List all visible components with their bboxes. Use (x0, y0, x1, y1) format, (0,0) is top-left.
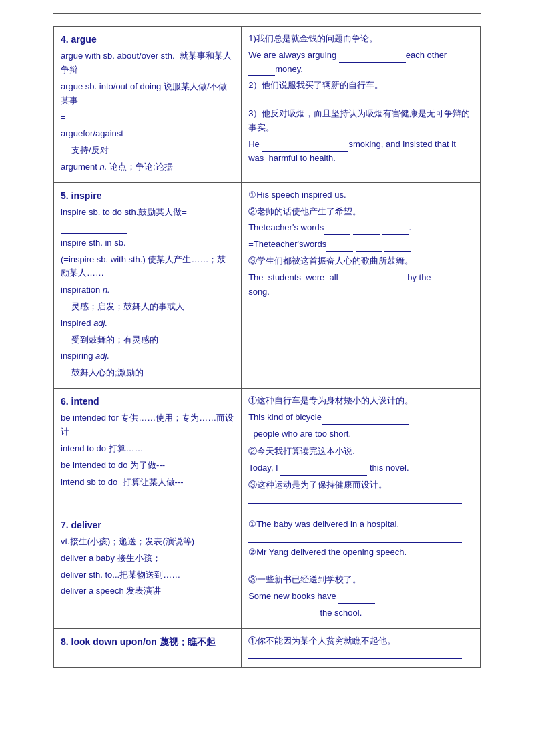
top-divider (53, 13, 481, 14)
deliver-sentence-1: ①The baby was delivered in a hospital. (248, 518, 473, 532)
entry-title-inspire: 5. inspire (61, 188, 234, 203)
intend-chinese-3: ③这种运动是为了保持健康而设计。 (248, 478, 473, 492)
right-cell-inspire: ①His speech inspired us. ②老师的话使他产生了希望。 T… (242, 182, 481, 388)
argue-phrase-4: arguefor/against (61, 127, 234, 141)
blank-inspire-2e (356, 243, 382, 252)
left-cell-deliver: 7. deliver vt.接生(小孩)；递送；发表(演说等) deliver … (54, 512, 242, 628)
argue-phrase-6: argument n. 论点；争论;论据 (61, 160, 234, 174)
intend-phrase-1: be intended for 专供……使用；专为……而设计 (61, 411, 234, 439)
argue-phrase-5: 支持/反对 (71, 144, 234, 158)
blank-argue-5 (262, 143, 348, 152)
inspire-chinese-3: ③学生们都被这首振奋人心的歌曲所鼓舞。 (248, 254, 473, 268)
vocabulary-table: 4. argue argue with sb. about/over sth. … (53, 26, 481, 668)
intend-phrase-2: intend to do 打算…… (61, 442, 234, 456)
inspire-english-2b: =Theteacher'swords (248, 238, 473, 252)
table-row: 7. deliver vt.接生(小孩)；递送；发表(演说等) deliver … (54, 512, 481, 628)
entry-title-argue: 4. argue (61, 32, 234, 47)
deliver-sentence-2: ②Mr Yang delivered the opening speech. (248, 546, 473, 560)
right-cell-deliver: ①The baby was delivered in a hospital. ②… (242, 512, 481, 628)
inspire-chinese-2: ②老师的话使他产生了希望。 (248, 205, 473, 219)
blank-intend-2 (280, 467, 367, 476)
table-row: 5. inspire inspire sb. to do sth.鼓励某人做= … (54, 182, 481, 388)
left-cell-lookdown: 8. look down upon/on 蔑视；瞧不起 (54, 628, 242, 668)
intend-english-2: Today, I this novel. (248, 461, 473, 476)
blank-inspire-2d (326, 243, 353, 252)
blank-inspire-2a (324, 226, 350, 235)
inspire-phrase-2: inspire sth. in sb. (61, 236, 234, 250)
left-cell-argue: 4. argue argue with sb. about/over sth. … (54, 27, 242, 183)
deliver-english-3: Some new books have (248, 590, 473, 604)
argue-english-3: He smoking, and insisted that it was har… (248, 138, 473, 166)
entry-title-deliver: 7. deliver (61, 518, 234, 532)
table-row: 6. intend be intended for 专供……使用；专为……而设计… (54, 388, 481, 512)
inspire-phrase-3: (=inspire sb. with sth.) 使某人产生……；鼓励某人…… (61, 253, 234, 281)
left-cell-inspire: 5. inspire inspire sb. to do sth.鼓励某人做= … (54, 182, 242, 388)
blank-intend-1 (322, 416, 409, 425)
blank-inspire-1 (348, 194, 415, 202)
blank-inspire-3b (433, 276, 470, 285)
argue-chinese-2: 2）他们说服我买了辆新的自行车。 (248, 79, 473, 93)
inspire-phrase-8: inspiring adj. (61, 349, 234, 363)
table-row: 4. argue argue with sb. about/over sth. … (54, 27, 481, 183)
table-row: 8. look down upon/on 蔑视；瞧不起 ①你不能因为某个人贫穷就… (54, 628, 481, 668)
entry-title-lookdown: 8. look down upon/on 蔑视；瞧不起 (61, 634, 234, 649)
inspire-phrase-7: 受到鼓舞的；有灵感的 (71, 333, 234, 347)
inspire-phrase-5: 灵感；启发；鼓舞人的事或人 (71, 300, 234, 314)
entry-title-intend: 6. intend (61, 394, 234, 409)
inspire-phrase-4: inspiration n. (61, 283, 234, 297)
blank-deliver-2 (248, 562, 462, 570)
blank-inspire-3a (340, 276, 407, 285)
inspire-english-3: The students were all by the song. (248, 271, 473, 299)
inspire-english-2a: Theteacher's words . (248, 221, 473, 235)
blank-intend-3 (248, 495, 462, 504)
lookdown-chinese-1: ①你不能因为某个人贫穷就瞧不起他。 (248, 634, 473, 648)
inspire-sentence-1: ①His speech inspired us. (248, 188, 473, 202)
deliver-chinese-3: ③一些新书已经送到学校了。 (248, 573, 473, 587)
right-cell-intend: ①这种自行车是专为身材矮小的人设计的。 This kind of bicycle… (242, 388, 481, 512)
argue-chinese-1: 1)我们总是就金钱的问题而争论。 (248, 32, 473, 46)
right-cell-argue: 1)我们总是就金钱的问题而争论。 We are always arguing e… (242, 27, 481, 183)
blank-argue-4 (248, 96, 462, 104)
argue-phrase-3: = (61, 111, 234, 125)
blank-inspire-2c (382, 226, 409, 235)
intend-english-1b: people who are too short. (248, 427, 473, 441)
blank-inspire-0 (61, 225, 127, 234)
deliver-phrase-2: deliver a baby 接生小孩； (61, 552, 234, 566)
argue-chinese-3: 3）他反对吸烟，而且坚持认为吸烟有害健康是无可争辩的事实。 (248, 107, 473, 135)
inspire-phrase-1: inspire sb. to do sth.鼓励某人做= (61, 206, 234, 234)
deliver-english-3b: the school. (248, 606, 473, 620)
blank-inspire-2b (353, 226, 380, 235)
blank-lookdown-1 (248, 650, 462, 659)
blank-deliver-3b (248, 612, 315, 620)
blank-inspire-2f (384, 243, 411, 252)
left-cell-intend: 6. intend be intended for 专供……使用；专为……而设计… (54, 388, 242, 512)
intend-english-1: This kind of bicycle (248, 411, 473, 425)
deliver-phrase-3: deliver sth. to...把某物送到…… (61, 568, 234, 582)
argue-english-1: We are always arguing each other money. (248, 49, 473, 77)
blank-deliver-3a (338, 595, 375, 604)
inspire-phrase-6: inspired adj. (61, 317, 234, 331)
intend-phrase-4: intend sb to do 打算让某人做--- (61, 476, 234, 490)
argue-phrase-2: argue sb. into/out of doing 说服某人做/不做某事 (61, 80, 234, 108)
intend-chinese-2: ②今天我打算读完这本小说. (248, 445, 473, 459)
deliver-phrase-4: deliver a speech 发表演讲 (61, 584, 234, 598)
inspire-phrase-9: 鼓舞人心的;激励的 (71, 366, 234, 380)
argue-phrase-1: argue with sb. about/over sth. 就某事和某人争辩 (61, 49, 234, 77)
deliver-phrase-1: vt.接生(小孩)；递送；发表(演说等) (61, 535, 234, 549)
blank-deliver-1 (248, 534, 462, 543)
intend-phrase-3: be intended to do 为了做--- (61, 459, 234, 473)
right-cell-lookdown: ①你不能因为某个人贫穷就瞧不起他。 (242, 628, 481, 668)
blank-argue-3 (248, 67, 275, 76)
intend-chinese-1: ①这种自行车是专为身材矮小的人设计的。 (248, 394, 473, 408)
blank-argue-2 (339, 54, 406, 63)
blank-argue-1 (66, 116, 153, 124)
